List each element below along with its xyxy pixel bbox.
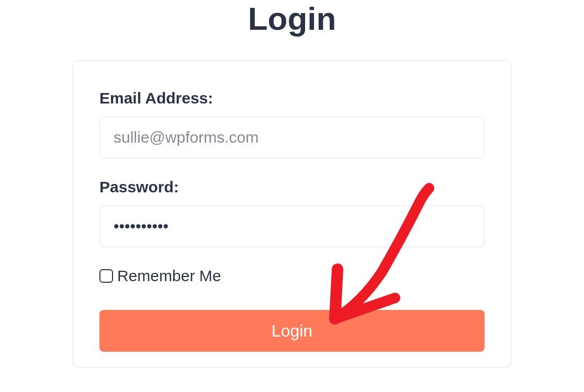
password-label: Password: <box>99 178 485 196</box>
page-title: Login <box>0 0 584 60</box>
login-button[interactable]: Login <box>99 310 485 352</box>
remember-row: Remember Me <box>99 267 485 285</box>
email-input[interactable] <box>99 117 485 158</box>
password-input[interactable] <box>99 205 485 247</box>
remember-checkbox[interactable] <box>99 269 113 283</box>
login-card: Email Address: Password: Remember Me Log… <box>73 60 511 368</box>
email-label: Email Address: <box>99 89 485 107</box>
remember-label[interactable]: Remember Me <box>117 267 221 285</box>
